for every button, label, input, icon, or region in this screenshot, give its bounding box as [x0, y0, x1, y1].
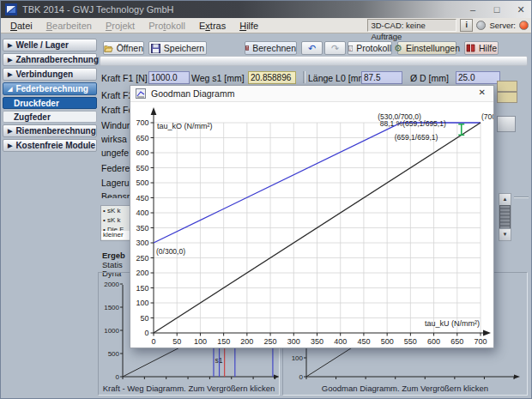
goodman-dialog: Goodman Diagramm ✕ 050100150200250300350…	[130, 85, 494, 348]
sidebar-item-druckfeder[interactable]: Druckfeder	[3, 97, 97, 109]
menu-item-hilfe[interactable]: Hilfe	[233, 21, 265, 31]
sidebar-item-label: Kostenfreie Module	[15, 141, 95, 150]
svg-text:2000: 2000	[104, 281, 119, 288]
svg-text:450: 450	[136, 194, 148, 203]
sidebar-item-welle-lager[interactable]: ▶Welle / Lager	[3, 39, 97, 51]
svg-text:400: 400	[136, 209, 148, 217]
sidebar-item-kostenfreie-module[interactable]: ▶Kostenfreie Module	[3, 139, 97, 152]
open-folder-icon	[104, 44, 113, 53]
book-icon	[466, 44, 475, 52]
sidebar-item-riemenberechnung[interactable]: ▶Riemenberechnung	[3, 124, 97, 137]
note-highlight-fragment: kleiner	[101, 231, 130, 239]
divider-fragment	[514, 196, 529, 198]
settings-button[interactable]: ⚙ Einstellungen	[397, 41, 456, 55]
server-status-led	[519, 21, 529, 30]
app-window: TBK 2014 - GWJ Technology GmbH – □ ✕ Dat…	[0, 0, 532, 399]
protocol-button[interactable]: Protokoll	[348, 41, 392, 55]
minimize-button[interactable]: –	[468, 4, 478, 15]
diameter-d-field[interactable]: 25.0	[456, 71, 500, 84]
svg-text:100: 100	[194, 337, 207, 346]
svg-text:0: 0	[116, 373, 120, 381]
save-floppy-icon	[151, 44, 160, 53]
close-button[interactable]: ✕	[516, 4, 526, 15]
dialog-title: Goodman Diagramm	[151, 88, 234, 99]
protocol-button-label: Protokoll	[356, 43, 391, 53]
scrollbar-thumb[interactable]	[499, 205, 511, 229]
svg-text:300: 300	[287, 337, 300, 346]
note-line-fragment: • sK k	[101, 215, 130, 225]
settings-button-label: Einstellungen	[406, 43, 460, 53]
calculate-button[interactable]: Berechnen	[245, 41, 297, 55]
sidebar-item-label: Zugfeder	[14, 112, 51, 122]
diameter-d-label: Ø D [mm]	[410, 73, 449, 83]
help-button-label: Hilfe	[479, 43, 497, 53]
triangle-collapsed-icon: ▶	[8, 57, 12, 63]
scroll-up-arrow-icon[interactable]: ▲	[499, 194, 511, 206]
svg-text:700: 700	[474, 337, 487, 346]
menu-item-extras[interactable]: Extras	[192, 21, 233, 31]
vertical-scrollbar[interactable]: ▲ ▼	[499, 193, 511, 241]
clipped-label-fragment: Lageru	[101, 178, 130, 188]
clipped-label-fragment: wirksa	[101, 134, 127, 144]
force-f1-label: Kraft F1 [N]	[101, 73, 148, 83]
help-button[interactable]: Hilfe	[464, 41, 499, 55]
undo-button[interactable]: ↶	[301, 41, 323, 55]
clipped-button-fragment[interactable]	[497, 116, 516, 132]
svg-text:88,1 %(659,1/695,1): 88,1 %(659,1/695,1)	[380, 119, 446, 128]
results-heading-fragment: Ergeb	[102, 251, 130, 260]
force-f1-field[interactable]: 1000.0	[148, 71, 190, 84]
svg-text:10: 10	[162, 380, 170, 381]
svg-text:200: 200	[240, 337, 253, 346]
triangle-expanded-icon: ◢	[8, 86, 12, 93]
svg-text:50: 50	[140, 314, 148, 323]
dialog-close-icon[interactable]: ✕	[479, 88, 486, 97]
svg-text:(0/300,0): (0/300,0)	[156, 247, 185, 256]
sidebar-item-verbindungen[interactable]: ▶Verbindungen	[3, 68, 97, 81]
save-button[interactable]: Speichern	[148, 41, 207, 55]
svg-text:250: 250	[264, 337, 277, 346]
svg-text:500: 500	[381, 337, 394, 346]
sidebar-item-federberechnung[interactable]: ◢Federberechnung	[3, 82, 97, 95]
svg-text:600: 600	[136, 148, 148, 157]
redo-icon: ↷	[331, 44, 339, 52]
svg-text:400: 400	[334, 337, 347, 346]
menu-item-datei[interactable]: Datei	[3, 21, 39, 31]
info-button[interactable]: i	[460, 19, 473, 32]
sidebar-item-zahnradberechnung[interactable]: ▶Zahnradberechnung	[3, 53, 97, 66]
goodman-chart: 0501001502002503003504004505005506006507…	[130, 102, 493, 348]
svg-text:300: 300	[136, 239, 148, 247]
note-line-fragment: • sK k	[101, 206, 130, 215]
svg-text:50: 50	[172, 337, 181, 346]
dialog-title-bar[interactable]: Goodman Diagramm ✕	[130, 86, 493, 102]
gear-icon: ⚙	[394, 44, 402, 52]
dialog-chart-icon	[136, 88, 146, 99]
svg-text:0: 0	[299, 373, 304, 381]
clipped-label-fragment: Federe	[101, 163, 130, 173]
svg-text:600: 600	[427, 337, 440, 346]
svg-text:250: 250	[136, 254, 148, 263]
menu-item-protokoll[interactable]: Protokoll	[142, 21, 192, 31]
document-icon	[348, 44, 353, 53]
svg-text:1500: 1500	[104, 304, 119, 311]
svg-text:300: 300	[390, 380, 402, 381]
sidebar-item-label: Welle / Lager	[15, 40, 69, 50]
maximize-button[interactable]: □	[492, 4, 502, 15]
kraft-weg-caption: Kraft - Weg Diagramm. Zum Vergrößern kli…	[99, 384, 279, 393]
clipped-form-labels: Kraft F2Kraft FcWindunwirksaungefeFedere…	[101, 87, 130, 198]
svg-text:0: 0	[305, 380, 309, 381]
menu-item-bearbeiten[interactable]: Bearbeiten	[39, 21, 99, 31]
travel-s1-field[interactable]: 20.858896	[248, 71, 296, 84]
svg-text:450: 450	[357, 337, 370, 346]
calculate-button-label: Berechnen	[252, 43, 296, 53]
menu-item-projekt[interactable]: Projekt	[99, 21, 142, 31]
svg-text:700: 700	[508, 380, 520, 381]
length-l0-field[interactable]: 87.5	[361, 71, 402, 84]
scroll-down-arrow-icon[interactable]: ▼	[499, 228, 511, 240]
sidebar-item-zugfeder[interactable]: Zugfeder	[3, 111, 97, 123]
open-button[interactable]: Öffnen	[103, 41, 144, 55]
svg-text:550: 550	[404, 337, 417, 346]
clipped-label-fragment: ungefe	[101, 148, 129, 158]
svg-text:20: 20	[206, 380, 214, 381]
redo-button[interactable]: ↷	[324, 41, 346, 55]
menu-bar: DateiBearbeitenProjektProtokollExtrasHil…	[1, 18, 531, 33]
